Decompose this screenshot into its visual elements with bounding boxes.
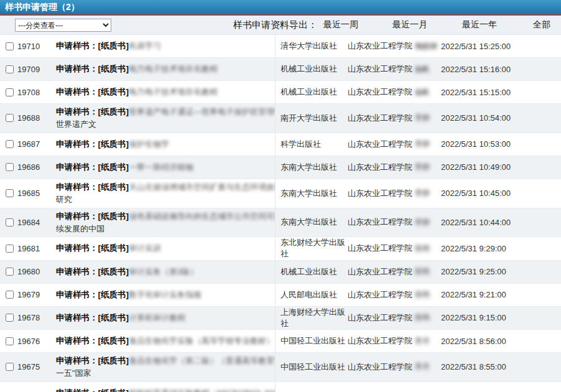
export-last-month-link[interactable]: 最近一月 [392, 19, 427, 30]
book-title-blurred: 绿色基础设施导向的生态城市公共空间可持 [129, 212, 275, 221]
apply-sample-label: 申请样书： [56, 41, 98, 50]
application-id: 19688 [17, 113, 56, 123]
paper-book-tag: [纸质书] [98, 313, 129, 322]
table-row: 19686 申请样书：[纸质书]一带一路经济植物 东南大学出版社 山东农业工程学… [0, 156, 561, 179]
book-title-blurred: 电力电子技术项目化教程 [129, 64, 218, 73]
publisher: 东北财经大学出版社 [276, 237, 348, 259]
publisher: 中国轻工业出版社 [276, 362, 348, 373]
export-all-link[interactable]: 全部 [533, 19, 550, 30]
row-checkbox[interactable] [6, 363, 14, 371]
row-checkbox[interactable] [6, 140, 14, 148]
request-datetime: 2022/5/31 8:55:00 [441, 362, 561, 371]
apply-sample-label: 申请样书： [56, 212, 98, 221]
book-title-blurred: 食品生物化学实验（高等学校专业教材） [129, 336, 274, 345]
applicant-name-blurred: 李静 [415, 139, 441, 149]
apply-sample-label: 申请样书： [56, 64, 98, 73]
table-row: 19678 申请样书：[纸质书]计算机审计教程 上海财经大学出版社 山东农业工程… [0, 307, 561, 330]
request-datetime: 2022/5/31 9:15:00 [441, 313, 561, 322]
checkbox-cell [0, 114, 17, 122]
book-title-continuation: 研究 [56, 194, 275, 206]
publisher: 机械工业出版社 [276, 86, 348, 98]
row-checkbox[interactable] [6, 114, 14, 122]
book-title-blurred: 材料科学基础实验教程（MICROBIOL MATE [129, 388, 275, 392]
applicant-name-blurred: 杨帆 [415, 87, 441, 98]
table-row: 19675 申请样书：[纸质书]食品生物化学（第二版）（普通高等教育"十 一五"… [0, 353, 561, 382]
application-id: 19686 [17, 162, 56, 172]
application-id: 19681 [17, 244, 56, 253]
checkbox-cell [0, 337, 17, 345]
row-checkbox[interactable] [6, 268, 14, 276]
apply-sample-label: 申请样书： [56, 336, 98, 345]
book-cell: 申请样书：[纸质书]电力电子技术项目化教程 [56, 61, 275, 77]
book-title-blurred: 食品生物化学（第二版）（普通高等教育"十 [129, 356, 275, 365]
request-datetime: 2022/5/31 10:44:00 [441, 218, 561, 227]
publisher: 清华大学出版社 [276, 40, 348, 52]
application-id: 19709 [17, 65, 56, 74]
row-checkbox[interactable] [6, 314, 14, 322]
applicant-name-blurred: 李丹 [415, 336, 441, 347]
request-datetime: 2022/5/31 8:56:00 [441, 337, 561, 346]
apply-sample-label: 申请样书： [56, 139, 98, 149]
checkbox-cell [0, 189, 17, 197]
table-row: 19676 申请样书：[纸质书]食品生物化学实验（高等学校专业教材） 中国轻工业… [0, 330, 561, 353]
apply-sample-label: 申请样书： [56, 267, 98, 276]
book-cell: 申请样书：[纸质书]电力电子技术项目化教程 [56, 84, 275, 100]
export-last-week-link[interactable]: 最近一周 [323, 19, 358, 30]
apply-sample-label: 申请样书： [56, 356, 98, 365]
book-title-continuation: 续发展的中国 [56, 223, 275, 235]
export-label: 样书申请资料导出： [233, 19, 317, 31]
row-checkbox[interactable] [6, 163, 14, 171]
row-checkbox[interactable] [6, 337, 14, 345]
book-title-blurred: 天山北坡绿洲城市空间扩展与生态环境效应 [129, 182, 275, 192]
publisher: 机械工业出版社 [276, 266, 348, 278]
application-id: 19710 [17, 42, 56, 51]
book-title-blurred: 审计实务（第3版） [129, 267, 198, 276]
publisher: 南开大学出版社 [276, 113, 348, 124]
category-filter-select[interactable]: ---分类查看--- [15, 19, 111, 32]
checkbox-cell [0, 245, 17, 253]
book-title-blurred: 审计实训 [129, 243, 161, 253]
institution: 山东农业工程学院 [348, 86, 415, 98]
apply-sample-label: 申请样书： [56, 290, 98, 299]
row-checkbox[interactable] [6, 88, 14, 96]
checkbox-cell [0, 314, 17, 322]
book-cell: 申请样书：[纸质书]材料科学基础实验教程（MICROBIOL MATE [56, 385, 275, 392]
applicant-name-blurred: 陈艳 [415, 266, 441, 277]
row-checkbox[interactable] [6, 42, 14, 50]
request-datetime: 2022/5/31 9:29:00 [441, 244, 561, 253]
publisher: 东南大学出版社 [276, 217, 348, 228]
row-checkbox[interactable] [6, 291, 14, 299]
applicant-name-blurred: 杨帆 [415, 64, 441, 75]
row-checkbox[interactable] [6, 65, 14, 73]
publisher: 中国轻工业出版社 [276, 335, 348, 347]
applicant-name-blurred: 李丹 [415, 362, 441, 372]
book-cell: 申请样书：[纸质书]绿色基础设施导向的生态城市公共空间可持 续发展的中国 [56, 208, 275, 237]
book-title-blurred: 世界遗产电子通证—世界电子保护区管理手册 [129, 107, 275, 116]
row-checkbox[interactable] [6, 245, 14, 253]
book-cell: 申请样书：[纸质书]食品生物化学（第二版）（普通高等教育"十 一五"国家 [56, 353, 275, 381]
request-datetime: 2022/5/31 15:16:00 [441, 65, 561, 74]
table-row: 19685 申请样书：[纸质书]天山北坡绿洲城市空间扩展与生态环境效应 研究 东… [0, 179, 561, 208]
row-checkbox[interactable] [6, 218, 14, 226]
paper-book-tag: [纸质书] [98, 267, 129, 276]
paper-book-tag: [纸质书] [98, 336, 129, 345]
application-id: 19685 [17, 189, 56, 198]
paper-book-tag: [纸质书] [98, 139, 129, 149]
publisher: 东南大学出版社 [276, 188, 348, 199]
row-checkbox[interactable] [6, 189, 14, 197]
publisher: 东南大学出版社 [276, 162, 348, 173]
applicant-name-blurred: 李静 [415, 113, 441, 123]
applicant-name-blurred: 李静 [415, 162, 441, 172]
book-title-continuation: 世界遗产文 [56, 118, 275, 131]
request-datetime: 2022/5/31 10:49:00 [441, 162, 561, 172]
checkbox-cell [0, 363, 17, 371]
request-datetime: 2022/5/31 15:15:00 [441, 88, 561, 97]
applicant-name-blurred: 李静 [415, 188, 441, 198]
request-datetime: 2022/5/31 9:21:00 [441, 290, 561, 299]
book-cell: 申请样书：[纸质书]机器学习 [56, 38, 275, 54]
institution: 山东农业工程学院 [348, 312, 415, 324]
institution: 山东农业工程学院 [348, 335, 415, 347]
export-group: 样书申请资料导出： 最近一周 最近一月 最近一年 全部 [233, 16, 550, 34]
export-last-year-link[interactable]: 最近一年 [462, 19, 497, 30]
checkbox-cell [0, 65, 17, 73]
